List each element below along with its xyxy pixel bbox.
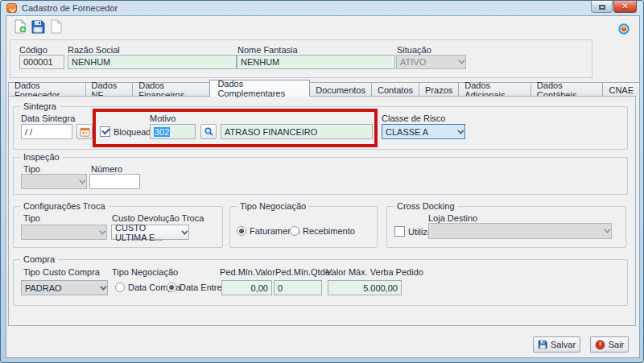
motivo-descricao-field[interactable]: ATRASO FINANCEIRO [221,124,373,139]
tipo-custo-compra-dropdown[interactable]: PADRAO [21,280,108,295]
close-icon: ✕ [621,2,628,10]
salvar-label: Salvar [551,340,576,349]
tab-dados-financeiros[interactable]: Dados Financeiros [132,82,210,97]
tab-dados-contabeis[interactable]: Dados Contábeis [530,82,604,97]
compra-tipo-negociacao-label: Tipo Negociação [112,267,178,277]
compra-group-title: Compra [20,254,58,264]
verba-pedido-field[interactable]: 5.000,00 [328,280,402,295]
loja-destino-label: Loja Destino [428,213,477,223]
radio-dot-icon [237,226,246,236]
chevron-down-icon [79,177,85,184]
tab-prazos[interactable]: Prazos [419,82,459,97]
tab-dados-nf[interactable]: Dados NF [85,82,134,97]
sair-label: Sair [609,340,625,349]
troca-tipo-dropdown[interactable] [21,225,107,240]
loja-destino-dropdown[interactable] [428,223,612,239]
data-sintegra-label: Data Sintegra [21,113,75,123]
chevron-down-icon [181,228,188,234]
ped-min-qtde-field[interactable]: 0 [274,280,322,295]
situacao-value: ATIVO [400,57,426,67]
checkbox-icon [394,226,405,237]
codigo-field[interactable]: 000001 [19,55,64,69]
chevron-down-icon [99,228,105,234]
motivo-code-field[interactable]: 302 [150,124,196,139]
exit-icon [595,340,605,350]
close-button[interactable]: ✕ [613,1,637,13]
chevron-down-icon [457,127,464,134]
window: Cadastro de Fornecedor ✕ Código 000001 R… [0,0,644,363]
ped-min-valor-field[interactable]: 0,00 [221,280,272,295]
window-body: Código 000001 Razão Social NENHUM Nome F… [6,15,640,358]
tab-documentos[interactable]: Documentos [309,82,372,97]
minimize-button[interactable] [591,1,613,13]
save-icon [538,340,547,349]
tab-dados-fornecedor[interactable]: Dados Fornecedor [8,82,86,97]
classe-risco-label: Classe de Risco [382,113,445,123]
tipo-custo-compra-label: Tipo Custo Compra [23,267,100,277]
chevron-down-icon [604,226,610,233]
nome-fantasia-label: Nome Fantasia [237,45,298,55]
clear-icon[interactable] [48,19,63,34]
radio-dot-icon [167,283,176,292]
situacao-dropdown[interactable]: ATIVO [396,55,466,69]
motivo-search-button[interactable] [200,124,217,139]
tipo-negociacao-group-title: Tipo Negociação [237,201,309,211]
app-icon [6,3,17,13]
save-icon[interactable] [31,19,45,34]
inspecao-numero-label: Número [91,164,122,174]
minimize-icon [599,5,605,10]
tab-contatos[interactable]: Contatos [371,82,419,97]
motivo-code-value: 302 [154,127,170,137]
new-record-icon[interactable] [13,19,27,34]
verba-pedido-label: Valor Máx. Verba Pedido [326,267,423,277]
tab-dados-adicionais[interactable]: Dados Adicionais [458,82,531,97]
tab-cnae[interactable]: CNAE [602,82,640,97]
ped-min-qtde-label: Ped.Mín.Qtde. [275,267,332,277]
ped-min-valor-label: Ped.Mín.Valor [220,267,275,277]
bloqueado-checkbox[interactable]: Bloqueado [100,126,156,137]
custo-devolucao-dropdown[interactable]: CUSTO ULTIMA E... [111,225,189,240]
title-bar[interactable]: Cadastro de Fornecedor ✕ [1,1,643,15]
chevron-down-icon [100,283,106,290]
inspecao-tipo-dropdown[interactable] [21,174,87,189]
calendar-icon [80,126,90,137]
chevron-down-icon [458,57,464,64]
power-icon[interactable] [618,23,630,35]
calendar-button[interactable] [76,124,93,139]
data-sintegra-field[interactable]: / / [21,124,72,139]
tab-strip: Dados Fornecedor Dados NF Dados Financei… [8,81,639,97]
troca-tipo-label: Tipo [23,213,40,223]
inspecao-numero-field[interactable] [89,174,140,189]
cross-docking-group-title: Cross Docking [394,201,458,211]
situacao-label: Situação [397,45,431,55]
custo-devolucao-label: Custo Devolução Troca [112,213,204,223]
config-troca-group-title: Configurações Troca [20,201,109,211]
radio-icon [115,283,125,292]
razao-social-field[interactable]: NENHUM [68,55,237,69]
window-title: Cadastro de Fornecedor [22,3,118,13]
checkbox-check-icon [100,126,110,137]
inspecao-tipo-label: Tipo [23,164,40,174]
search-icon [204,126,214,137]
tipo-custo-compra-value: PADRAO [25,283,62,293]
recebimento-label: Recebimento [303,226,355,236]
classe-risco-value: CLASSE A [386,127,428,137]
radio-recebimento[interactable]: Recebimento [290,226,355,236]
radio-dot-icon [290,226,299,236]
motivo-label: Motivo [150,113,175,123]
codigo-label: Código [19,45,47,55]
nome-fantasia-field[interactable]: NENHUM [237,55,395,69]
custo-devolucao-value: CUSTO ULTIMA E... [115,223,178,242]
salvar-button[interactable]: Salvar [533,336,580,353]
classe-risco-dropdown[interactable]: CLASSE A [382,124,465,139]
sintegra-group-title: Sintegra [20,101,60,111]
razao-social-label: Razão Social [68,45,120,55]
inspecao-group-title: Inspeção [20,152,63,162]
sair-button[interactable]: Sair [590,336,629,353]
tab-dados-complementares[interactable]: Dados Complementares [209,80,310,97]
utiliza-checkbox[interactable]: Utiliza [394,226,432,237]
